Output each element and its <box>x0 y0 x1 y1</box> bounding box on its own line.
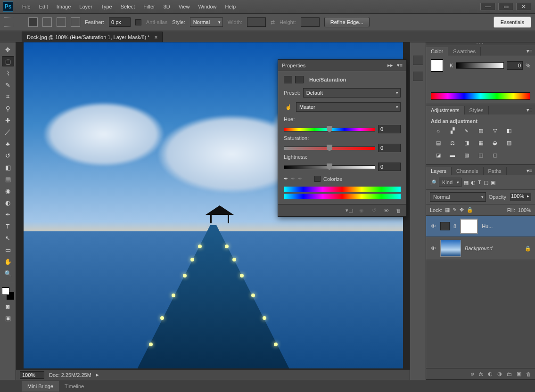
vibrance-adjust-icon[interactable]: ▽ <box>490 128 500 136</box>
lock-trans-icon[interactable]: ▦ <box>445 207 450 213</box>
tab-paths[interactable]: Paths <box>484 167 507 175</box>
menu-help[interactable]: Help <box>221 0 240 13</box>
eyedropper-icon[interactable]: ✒ <box>284 176 288 182</box>
quickmask-tool[interactable]: ◙ <box>2 301 14 311</box>
collapse-icon[interactable]: ▸▸ <box>387 62 393 68</box>
layer-thumb[interactable] <box>440 240 461 257</box>
filter-type-icon[interactable]: T <box>478 180 481 185</box>
eyedropper-tool[interactable]: ⚲ <box>2 103 14 114</box>
menu-3d[interactable]: 3D <box>159 0 174 13</box>
tab-mini-bridge[interactable]: Mini Bridge <box>22 381 59 392</box>
menu-image[interactable]: Image <box>52 0 75 13</box>
targeted-adjust-icon[interactable]: ☝ <box>284 104 293 110</box>
panel-menu-icon[interactable]: ▾≡ <box>524 47 535 56</box>
foreground-swatch[interactable] <box>431 59 443 72</box>
photo-filter-icon[interactable]: ⚖ <box>447 140 458 148</box>
menu-window[interactable]: Window <box>194 0 221 13</box>
lightness-input[interactable] <box>378 163 401 171</box>
trash-icon[interactable]: 🗑 <box>394 208 403 213</box>
selection-mode-subtract-icon[interactable] <box>57 17 66 27</box>
tab-color[interactable]: Color <box>426 47 448 56</box>
tab-timeline[interactable]: Timeline <box>59 381 90 392</box>
healing-tool[interactable]: ✚ <box>2 115 14 125</box>
antialias-checkbox[interactable] <box>135 19 141 25</box>
history-panel-icon[interactable] <box>413 56 423 65</box>
filter-pixel-icon[interactable]: ▦ <box>464 180 469 186</box>
stamp-tool[interactable]: ♣ <box>2 139 14 149</box>
tab-layers[interactable]: Layers <box>426 167 452 175</box>
blur-tool[interactable]: ◉ <box>2 186 14 196</box>
new-layer-icon[interactable]: ▣ <box>517 371 521 377</box>
toggle-visibility-icon[interactable]: 👁 <box>382 208 390 213</box>
path-select-tool[interactable]: ↖ <box>2 233 14 243</box>
gradient-tool[interactable]: ▤ <box>2 174 14 184</box>
crop-tool[interactable]: ⌗ <box>2 91 14 102</box>
trash-icon[interactable]: 🗑 <box>526 371 531 377</box>
mask-icon[interactable]: ◐ <box>488 371 493 377</box>
exposure-adjust-icon[interactable]: ▨ <box>476 128 486 136</box>
k-slider[interactable] <box>456 62 504 69</box>
quick-select-tool[interactable]: ✎ <box>2 80 14 90</box>
tab-adjustments[interactable]: Adjustments <box>426 106 465 114</box>
layer-row[interactable]: 👁 8 Hu... <box>426 216 535 237</box>
zoom-tool[interactable]: 🔍 <box>2 268 14 278</box>
tab-swatches[interactable]: Swatches <box>448 47 481 56</box>
eyedropper-minus-icon[interactable]: ✒ <box>298 176 302 182</box>
reset-icon[interactable]: ↺ <box>370 207 378 213</box>
brightness-adjust-icon[interactable]: ☼ <box>433 128 444 136</box>
filter-shape-icon[interactable]: ▢ <box>484 180 488 186</box>
hue-slider[interactable] <box>284 122 401 135</box>
menu-edit[interactable]: Edit <box>35 0 52 13</box>
zoom-input[interactable] <box>20 371 44 379</box>
fill-input[interactable]: 100% <box>518 207 531 213</box>
channel-select[interactable]: Master <box>296 102 401 112</box>
window-close-button[interactable]: ✕ <box>516 3 531 10</box>
menu-layer[interactable]: Layer <box>75 0 97 13</box>
filter-adjust-icon[interactable]: ◐ <box>471 180 476 186</box>
bw-adjust-icon[interactable]: ▤ <box>433 140 444 148</box>
curves-adjust-icon[interactable]: ∿ <box>461 128 472 136</box>
refine-edge-button[interactable]: Refine Edge... <box>324 17 370 27</box>
preset-select[interactable]: Default <box>303 88 401 98</box>
marquee-tool[interactable]: ▢ <box>2 56 14 66</box>
menu-filter[interactable]: Filter <box>139 0 159 13</box>
new-fill-icon[interactable]: ◑ <box>497 371 502 377</box>
hand-tool[interactable]: ✋ <box>2 256 14 267</box>
layer-filter-kind[interactable]: Kind <box>439 178 461 187</box>
menu-view[interactable]: View <box>174 0 194 13</box>
lightness-slider[interactable] <box>284 160 401 173</box>
colorize-checkbox[interactable] <box>314 176 321 182</box>
workspace-switcher[interactable]: Essentials <box>494 16 531 28</box>
eyedropper-plus-icon[interactable]: ✒ <box>291 176 295 182</box>
panel-menu-icon[interactable]: ▾≡ <box>524 106 535 114</box>
menu-file[interactable]: File <box>18 0 35 13</box>
dodge-tool[interactable]: ◐ <box>2 197 14 208</box>
layer-mask-thumb[interactable] <box>460 219 478 234</box>
tool-preset-icon[interactable] <box>4 17 13 27</box>
type-tool[interactable]: T <box>2 221 14 231</box>
blend-mode-select[interactable]: Normal <box>430 192 486 202</box>
link-layers-icon[interactable]: ⌀ <box>471 371 474 377</box>
fg-bg-swatch[interactable] <box>2 287 14 300</box>
panel-menu-icon[interactable]: ▾≡ <box>524 166 535 175</box>
opacity-input[interactable]: 100% <box>510 193 531 201</box>
move-tool[interactable]: ✥ <box>2 44 14 55</box>
lock-all-icon[interactable]: 🔒 <box>467 207 473 213</box>
visibility-icon[interactable]: 👁 <box>430 223 436 229</box>
selection-mode-new-icon[interactable] <box>28 17 38 27</box>
more-icon-1[interactable]: ◫ <box>476 152 486 161</box>
selection-mode-add-icon[interactable] <box>42 17 52 27</box>
fx-icon[interactable]: fx <box>479 371 483 377</box>
hue-input[interactable] <box>378 125 401 133</box>
tab-styles[interactable]: Styles <box>465 106 489 114</box>
gradient-map-icon[interactable]: ▬ <box>447 152 458 161</box>
layer-name[interactable]: Background <box>465 245 521 251</box>
properties-panel[interactable]: Properties ▸▸ ▾≡ Hue/Saturation Preset: … <box>278 59 407 217</box>
selection-mode-intersect-icon[interactable] <box>71 17 80 27</box>
view-previous-icon[interactable]: ◉ <box>357 207 366 213</box>
panel-menu-icon[interactable]: ▾≡ <box>397 62 403 68</box>
hue-adjust-icon[interactable]: ◧ <box>504 128 514 136</box>
channel-mixer-icon[interactable]: ◨ <box>461 140 472 148</box>
layer-name[interactable]: Hu... <box>482 223 531 229</box>
history-brush-tool[interactable]: ↺ <box>2 150 14 161</box>
